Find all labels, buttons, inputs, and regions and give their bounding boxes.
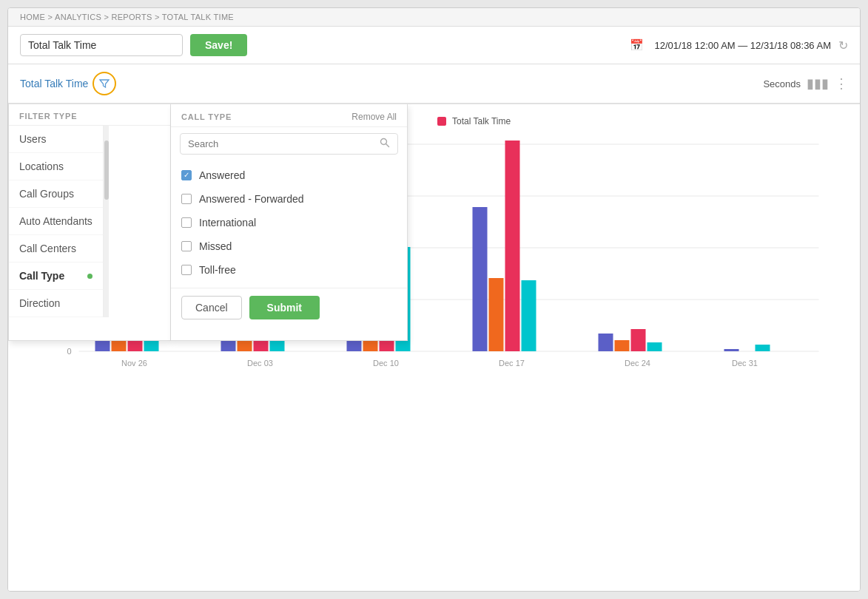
filter-item-call-centers[interactable]: Call Centers [9,235,103,263]
calendar-icon: 📅 [630,38,644,52]
bar [724,349,739,351]
filter-item-users[interactable]: Users [9,126,103,153]
svg-text:Nov 26: Nov 26 [121,359,147,368]
filter-icon [99,78,110,89]
checkbox-answered[interactable] [181,170,192,180]
filter-item-locations[interactable]: Locations [9,153,103,180]
filter-item-call-groups[interactable]: Call Groups [9,180,103,208]
save-button[interactable]: Save! [190,34,247,56]
option-list: Answered Answered - Forwarded Internatio… [171,160,407,285]
scrollbar-thumb [104,141,109,200]
active-indicator [87,274,92,279]
remove-all-button[interactable]: Remove All [351,112,397,122]
svg-text:Dec 03: Dec 03 [247,359,273,368]
main-content: FILTER TYPE Users Locations Call Groups [8,104,860,591]
search-input[interactable] [188,138,375,149]
bar [599,334,613,351]
more-options-icon[interactable]: ⋮ [835,75,848,92]
call-type-label: CALL TYPE [181,112,232,121]
bar [756,345,770,351]
filter-list: Users Locations Call Groups Auto Attenda… [9,126,103,317]
legend-color-total-talk-time [437,117,446,126]
toolbar: Save! 📅 12/01/18 12:00 AM — 12/31/18 08:… [8,27,860,64]
date-range: 12/01/18 12:00 AM — 12/31/18 08:36 AM [654,40,831,51]
cancel-button[interactable]: Cancel [181,296,242,319]
bar [505,141,520,351]
report-name-input[interactable] [20,34,183,56]
checkbox-answered-forwarded[interactable] [181,194,192,204]
breadcrumb-text: HOME > ANALYTICS > REPORTS > TOTAL TALK … [20,13,234,21]
toolbar-right: 📅 12/01/18 12:00 AM — 12/31/18 08:36 AM … [630,38,848,53]
filter-type-header: FILTER TYPE [9,104,170,126]
svg-text:0: 0 [67,347,71,356]
bar-chart-icon[interactable]: ▮▮▮ [807,75,829,92]
svg-text:Dec 31: Dec 31 [732,359,758,368]
call-type-panel: CALL TYPE Remove All Answered [171,104,408,341]
tab-total-talk-time[interactable]: Total Talk Time [20,64,127,103]
scrollbar[interactable] [103,126,109,317]
option-answered[interactable]: Answered [171,163,407,187]
bar [615,340,630,351]
call-type-header: CALL TYPE Remove All [171,104,407,127]
filter-item-auto-attendants[interactable]: Auto Attendants [9,208,103,235]
checkbox-toll-free[interactable] [181,265,192,275]
bar [522,280,536,351]
option-toll-free[interactable]: Toll-free [171,258,407,282]
tab-bar: Total Talk Time Seconds ▮▮▮ ⋮ [8,64,860,104]
filter-overlay: FILTER TYPE Users Locations Call Groups [8,104,408,341]
bar [489,278,504,351]
filter-item-call-type[interactable]: Call Type [9,263,103,290]
search-icon [380,138,390,150]
svg-text:Dec 10: Dec 10 [373,359,399,368]
option-answered-forwarded[interactable]: Answered - Forwarded [171,187,407,211]
search-box [180,133,398,155]
bar [473,207,488,351]
legend-label-total-talk-time: Total Talk Time [452,116,511,126]
svg-line-1 [386,144,389,147]
filter-type-list-container: Users Locations Call Groups Auto Attenda… [9,126,170,317]
panel-footer: Cancel Submit [171,288,407,327]
refresh-icon[interactable]: ↻ [838,38,848,53]
svg-text:Dec 17: Dec 17 [499,359,525,368]
submit-button[interactable]: Submit [249,296,320,319]
svg-text:Dec 24: Dec 24 [625,359,650,368]
filter-type-panel: FILTER TYPE Users Locations Call Groups [8,104,171,341]
checkbox-international[interactable] [181,217,192,228]
option-international[interactable]: International [171,211,407,234]
checkbox-missed[interactable] [181,241,192,251]
tab-bar-right: Seconds ▮▮▮ ⋮ [763,75,848,92]
option-missed[interactable]: Missed [171,234,407,258]
filter-icon-circle[interactable] [92,72,116,95]
bar [631,329,646,351]
filter-item-direction[interactable]: Direction [9,290,103,317]
units-label: Seconds [763,78,801,89]
bar [647,342,662,351]
tab-label: Total Talk Time [20,78,88,89]
breadcrumb: HOME > ANALYTICS > REPORTS > TOTAL TALK … [8,8,860,27]
